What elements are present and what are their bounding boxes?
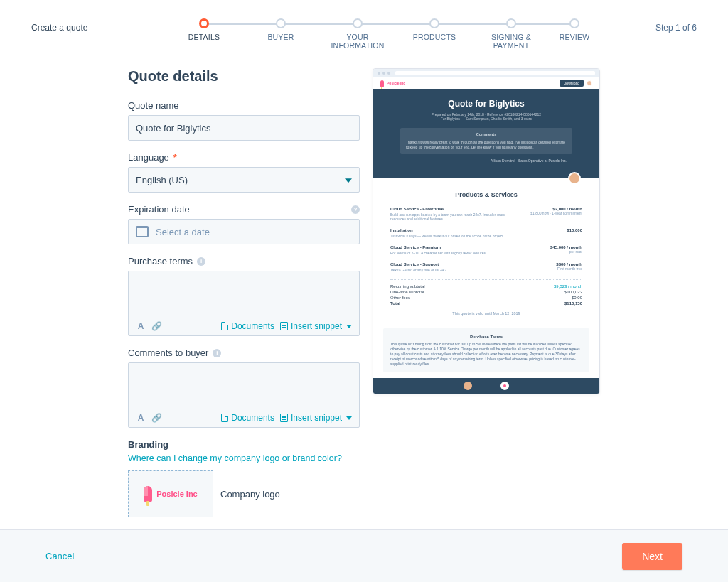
quote-preview: Posicle Inc Download Quote for Biglytics… [373, 68, 600, 394]
form-column: Quote details Quote name Quote for Bigly… [128, 68, 360, 568]
preview-line-item: Cloud Service - Enterprise$2,000 / month… [390, 207, 582, 221]
step-review[interactable]: REVIEW [550, 18, 599, 41]
document-icon [221, 414, 228, 422]
language-label: Language [128, 152, 169, 163]
avatar-icon [568, 172, 581, 185]
step-buyer[interactable]: BUYER [242, 18, 319, 41]
field-expiration: Expiration date ? Select a date [128, 204, 360, 244]
expiration-label: Expiration date [128, 204, 190, 215]
preview-line-item: Installation$10,000 Just what it says — … [390, 228, 582, 238]
page-title: Quote details [128, 68, 360, 85]
required-indicator: * [173, 152, 177, 163]
bottom-bar: Cancel Next [0, 529, 728, 582]
avatar-icon [464, 382, 472, 390]
documents-button[interactable]: Documents [221, 413, 274, 423]
text-style-icon[interactable]: A [136, 413, 146, 423]
preview-line-item: Cloud Service - Premium$45,000 / month F… [390, 245, 582, 255]
field-language: Language * English (US) [128, 152, 360, 193]
avatar-icon [587, 80, 592, 86]
purchase-terms-input[interactable]: A 🔗 Documents Insert snippet [128, 271, 360, 336]
step-circle-icon [506, 18, 516, 28]
popsicle-icon [380, 80, 384, 87]
info-icon[interactable]: ? [351, 205, 360, 214]
text-style-icon[interactable]: A [136, 321, 146, 331]
header: Create a quote DETAILS BUYER YOUR INFORM… [0, 0, 728, 50]
calendar-icon [136, 226, 149, 237]
field-purchase-terms: Purchase terms i A 🔗 Documents [128, 256, 360, 336]
quote-name-input[interactable]: Quote for Biglytics [128, 115, 360, 141]
preview-title: Quote for Biglytics [387, 99, 585, 109]
snippet-icon [280, 322, 288, 330]
comments-label: Comments to buyer [128, 347, 208, 358]
step-products[interactable]: PRODUCTS [396, 18, 473, 41]
info-icon[interactable]: i [197, 257, 205, 266]
step-circle-icon [353, 18, 363, 28]
documents-button[interactable]: Documents [221, 321, 274, 331]
products-heading: Products & Services [390, 191, 582, 198]
comments-input[interactable]: A 🔗 Documents Insert snippet [128, 362, 360, 428]
link-icon[interactable]: 🔗 [151, 321, 161, 331]
insert-snippet-button[interactable]: Insert snippet [280, 321, 352, 331]
avatar-icon [500, 382, 509, 390]
step-counter: Step 1 of 6 [655, 23, 697, 33]
browser-chrome [373, 69, 599, 77]
company-logo-picker[interactable]: Posicle Inc [128, 470, 213, 517]
preview-line-item: Cloud Service - Support$300 / month Talk… [390, 262, 582, 272]
popsicle-icon [144, 486, 152, 502]
create-quote-label: Create a quote [31, 23, 109, 33]
preview-topbar: Posicle Inc Download [373, 77, 599, 89]
preview-hero: Quote for Biglytics Prepared on February… [373, 89, 599, 178]
download-button: Download [560, 80, 584, 87]
cancel-button[interactable]: Cancel [46, 551, 74, 561]
document-icon [221, 322, 228, 330]
expiration-date-input[interactable]: Select a date [128, 219, 360, 244]
branding-heading: Branding [128, 439, 360, 450]
info-icon[interactable]: i [213, 349, 221, 357]
company-logo-label: Company logo [220, 489, 280, 500]
stepper: DETAILS BUYER YOUR INFORMATION PRODUCTS [109, 18, 655, 50]
quote-name-label: Quote name [128, 100, 360, 111]
chevron-down-icon [345, 178, 352, 183]
step-circle-icon [569, 18, 579, 28]
snippet-icon [280, 414, 288, 422]
link-icon[interactable]: 🔗 [151, 413, 161, 423]
preview-footer [373, 378, 599, 394]
rich-toolbar: A 🔗 Documents Insert snippet [129, 317, 359, 335]
step-circle-icon [199, 18, 209, 28]
field-comments: Comments to buyer i A 🔗 Documents [128, 347, 360, 428]
preview-terms: Purchase Terms This quote isn't billing … [383, 328, 589, 372]
insert-snippet-button[interactable]: Insert snippet [280, 413, 352, 423]
chevron-down-icon [346, 416, 352, 420]
rich-toolbar: A 🔗 Documents Insert snippet [129, 409, 359, 427]
chevron-down-icon [346, 325, 352, 328]
branding-help-link[interactable]: Where can I change my company logo or br… [128, 453, 342, 463]
next-button[interactable]: Next [622, 543, 682, 570]
step-details[interactable]: DETAILS [166, 18, 242, 41]
purchase-terms-label: Purchase terms [128, 256, 193, 266]
step-circle-icon [276, 18, 286, 28]
field-quote-name: Quote name Quote for Biglytics [128, 100, 360, 141]
language-select[interactable]: English (US) [128, 167, 360, 193]
step-circle-icon [429, 18, 439, 28]
